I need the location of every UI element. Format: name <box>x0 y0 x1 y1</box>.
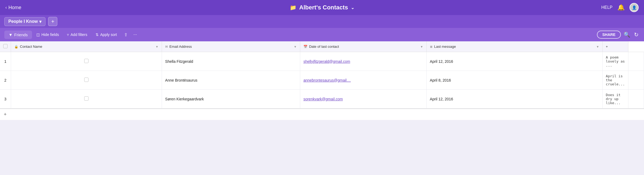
add-view-button[interactable]: + <box>48 17 57 26</box>
cell-extra <box>628 90 644 108</box>
apply-sort-button[interactable]: ⇅ Apply sort <box>92 31 121 39</box>
hide-fields-button[interactable]: ◫ Hide fields <box>33 31 63 39</box>
bell-icon[interactable]: 🔔 <box>617 4 625 11</box>
table-row: 2 Anne Brontësaurus annebrontesaurus@gma… <box>0 71 644 90</box>
cell-contact-name: Anne Brontësaurus <box>162 71 300 90</box>
last-msg-value: A poem lovely as ... <box>606 55 625 67</box>
row-checkbox-cell <box>11 71 162 90</box>
nav-right: HELP 🔔 👤 <box>601 3 639 12</box>
refresh-button[interactable]: ↻ <box>633 30 640 39</box>
col-date-sort-icon[interactable]: ▼ <box>420 45 423 48</box>
th-last-message: ≣ Last message ▼ <box>426 41 602 52</box>
add-filters-button[interactable]: ▿ Add filters <box>63 31 91 39</box>
cell-last-msg: April is the cruele... <box>603 71 628 90</box>
title-chevron-down-icon[interactable]: ⌄ <box>351 5 354 10</box>
chevron-down-icon: ▼ <box>9 32 13 37</box>
col-date-label: Date of last contact <box>309 45 339 49</box>
search-icon: 🔍 <box>624 32 630 38</box>
cell-email: sorenkvark@gmail.com <box>300 90 426 108</box>
row-checkbox-cell <box>11 52 162 71</box>
cell-email: shellyjfitzgerald@gmail.com <box>300 52 426 71</box>
email-link[interactable]: sorenkvark@gmail.com <box>303 97 343 101</box>
table-header-row: 🔒 Contact Name ▼ ✉ Email Address ▼ 📅 <box>0 41 644 52</box>
toolbar: ▼ Friends ◫ Hide fields ▿ Add filters ⇅ … <box>0 28 644 41</box>
row-checkbox-cell <box>11 90 162 108</box>
data-table: 🔒 Contact Name ▼ ✉ Email Address ▼ 📅 <box>0 41 644 108</box>
row-number: 1 <box>0 52 11 71</box>
cell-email: annebrontesaurus@gmail.... <box>300 71 426 90</box>
row-checkbox[interactable] <box>84 59 89 63</box>
home-label: Home <box>8 5 21 10</box>
th-add-column[interactable]: + <box>603 41 628 52</box>
export-icon: ⇧ <box>124 32 128 37</box>
date-value: April 12, 2016 <box>430 97 453 101</box>
email-link[interactable]: shellyjfitzgerald@gmail.com <box>303 59 350 64</box>
cell-date: April 12, 2016 <box>426 52 602 71</box>
group-button[interactable]: ▼ Friends <box>4 31 32 39</box>
table-row: 1 Shella Fitzgerald shellyjfitzgerald@gm… <box>0 52 644 71</box>
col-contact-name-label: Contact Name <box>20 45 42 49</box>
add-row-icon: + <box>4 112 7 117</box>
email-icon: ✉ <box>165 45 168 49</box>
col-email-sort-icon[interactable]: ▼ <box>294 45 297 48</box>
date-value: April 12, 2016 <box>430 59 453 64</box>
toolbar-left: ▼ Friends ◫ Hide fields ▿ Add filters ⇅ … <box>4 30 596 39</box>
cell-date: April 8, 2016 <box>426 71 602 90</box>
home-link[interactable]: ‹ Home <box>5 5 21 10</box>
cell-last-msg: A poem lovely as ... <box>603 52 628 71</box>
folder-icon: 📁 <box>290 4 296 11</box>
title-area: 📁 Albert's Contacts ⌄ <box>290 4 354 11</box>
cell-extra <box>628 52 644 71</box>
search-button[interactable]: 🔍 <box>622 30 631 39</box>
col-email-label: Email Address <box>169 45 192 49</box>
row-checkbox[interactable] <box>84 78 89 82</box>
cell-extra <box>628 71 644 90</box>
more-options-button[interactable]: ··· <box>131 30 140 39</box>
share-button[interactable]: SHARE <box>597 31 621 39</box>
contact-name-value: Anne Brontësaurus <box>165 78 197 82</box>
view-tab-label: People I Know <box>8 19 38 24</box>
th-email-address: ✉ Email Address ▼ <box>162 41 300 52</box>
sort-icon: ⇅ <box>95 32 99 37</box>
row-number: 2 <box>0 71 11 90</box>
export-button[interactable]: ⇧ <box>121 30 130 39</box>
chevron-left-icon: ‹ <box>5 5 7 10</box>
top-nav: ‹ Home 📁 Albert's Contacts ⌄ HELP 🔔 👤 <box>0 0 644 15</box>
more-icon: ··· <box>133 32 137 37</box>
grid-icon: ◫ <box>36 32 40 37</box>
contact-name-value: Shella Fitzgerald <box>165 59 193 64</box>
th-checkbox <box>0 41 11 52</box>
th-contact-name: 🔒 Contact Name ▼ <box>11 41 162 52</box>
contact-name-value: Søren Kierkegaardvark <box>165 97 204 101</box>
email-link[interactable]: annebrontesaurus@gmail.... <box>303 78 351 82</box>
last-msg-value: Does it dry up like... <box>606 93 625 105</box>
add-row-row: + <box>0 108 644 120</box>
header-checkbox[interactable] <box>3 44 8 48</box>
col-sort-icon[interactable]: ▼ <box>155 45 158 48</box>
avatar[interactable]: 👤 <box>629 3 639 12</box>
page-title: Albert's Contacts <box>299 4 348 11</box>
view-tab-people-i-know[interactable]: People I Know ▾ <box>4 17 45 26</box>
row-checkbox[interactable] <box>84 96 89 101</box>
help-button[interactable]: HELP <box>601 5 613 10</box>
refresh-icon: ↻ <box>634 32 639 38</box>
col-msg-sort-icon[interactable]: ▼ <box>596 45 599 48</box>
last-msg-value: April is the cruele... <box>606 74 625 86</box>
cell-last-msg: Does it dry up like... <box>603 90 628 108</box>
toolbar-right: SHARE 🔍 ↻ <box>597 30 640 39</box>
message-icon: ≣ <box>430 45 433 49</box>
lock-icon: 🔒 <box>14 45 18 49</box>
row-number: 3 <box>0 90 11 108</box>
date-value: April 8, 2016 <box>430 78 451 82</box>
th-date-last-contact: 📅 Date of last contact ▼ <box>300 41 426 52</box>
view-tab-chevron-icon: ▾ <box>39 19 41 24</box>
table-row: 3 Søren Kierkegaardvark sorenkvark@gmail… <box>0 90 644 108</box>
table-area: 🔒 Contact Name ▼ ✉ Email Address ▼ 📅 <box>0 41 644 120</box>
calendar-icon: 📅 <box>303 45 307 49</box>
group-label: Friends <box>14 32 28 37</box>
filter-icon: ▿ <box>67 32 69 37</box>
cell-contact-name: Søren Kierkegaardvark <box>162 90 300 108</box>
add-column-icon: + <box>606 45 608 49</box>
cell-date: April 12, 2016 <box>426 90 602 108</box>
add-row-button[interactable]: + <box>0 109 644 120</box>
